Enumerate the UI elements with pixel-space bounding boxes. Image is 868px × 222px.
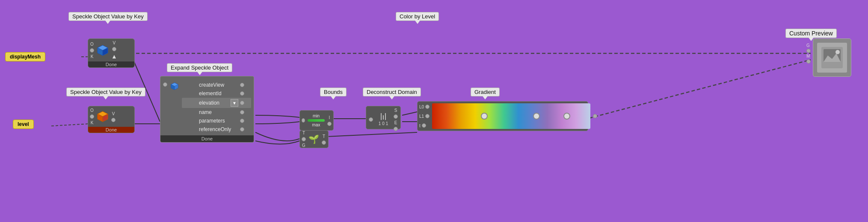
svg-line-9 xyxy=(584,60,811,120)
upload-arrow-top[interactable]: ▲ xyxy=(111,53,117,60)
svg-line-3 xyxy=(51,124,89,126)
domain-bar1 xyxy=(381,113,382,120)
ports-left-bottom: O K xyxy=(90,108,94,125)
node-custom-preview[interactable]: G M xyxy=(813,38,851,77)
port-o-top[interactable] xyxy=(90,48,94,53)
dropdown-body: createView elementId elevation ▼ xyxy=(160,76,254,135)
ports-right-bottom: V xyxy=(111,111,116,122)
gradient-ports-right xyxy=(593,103,597,129)
node-grow[interactable]: T G 🌱 T xyxy=(299,130,329,148)
main-canvas: Speckle Object Value by Key Color by Lev… xyxy=(0,0,868,222)
dropdown-expand-speckle[interactable]: createView elementId elevation ▼ xyxy=(160,76,254,143)
cube-icon-bottom xyxy=(96,110,110,123)
scroll-down-btn[interactable]: ▼ xyxy=(231,99,238,107)
ports-grow-left: T G xyxy=(302,131,306,148)
port-name[interactable] xyxy=(240,110,244,114)
port-bounds-n[interactable] xyxy=(302,118,305,123)
port-v-top[interactable] xyxy=(112,47,116,51)
node-gradient[interactable]: L0 L1 t xyxy=(417,101,588,131)
port-domain-s[interactable] xyxy=(394,114,398,119)
domain-bar3 xyxy=(385,113,386,120)
gradient-cp1[interactable] xyxy=(481,113,488,120)
label-speckle-top: Speckle Object Value by Key xyxy=(68,12,148,21)
cube-icon-top xyxy=(96,44,110,57)
domain-bar2 xyxy=(383,115,384,120)
port-gradient-l0[interactable] xyxy=(425,105,430,109)
label-deconstruct-domain: Deconstruct Domain xyxy=(363,88,421,96)
dropdown-cube xyxy=(170,82,179,93)
plant-icon: 🌱 xyxy=(308,134,319,144)
port-referenceonly[interactable] xyxy=(240,127,244,131)
gradient-cp3[interactable] xyxy=(563,113,570,120)
ports-right-top: V ▲ xyxy=(111,41,117,60)
bounds-bar xyxy=(308,119,325,122)
port-dropdown-o[interactable] xyxy=(163,82,167,87)
gradient-cp2[interactable] xyxy=(533,113,540,120)
port-v-bottom[interactable] xyxy=(111,118,116,122)
dropdown-footer: Done xyxy=(160,135,254,142)
dropdown-item-name[interactable]: name xyxy=(182,108,251,117)
dropdown-item-referenceonly[interactable]: referenceOnly xyxy=(182,125,251,134)
ports-domain-right: S E xyxy=(394,108,398,131)
ports-left-top: O K xyxy=(90,42,94,59)
port-elementid[interactable] xyxy=(240,91,244,96)
port-gradient-out[interactable] xyxy=(593,114,597,118)
param-level[interactable]: level xyxy=(13,120,34,129)
label-expand-speckle: Expand Speckle Object xyxy=(167,63,232,72)
node-bottom-footer: Done xyxy=(88,127,134,133)
node-speckle-bottom[interactable]: O K V Done xyxy=(88,106,135,133)
port-grow-t-right[interactable] xyxy=(322,140,326,145)
ports-grow-right: T xyxy=(322,134,326,145)
dropdown-item-elevation[interactable]: elevation ▼ xyxy=(182,98,251,108)
dropdown-item-parameters[interactable]: parameters xyxy=(182,117,251,125)
node-bounds[interactable]: min max I xyxy=(299,110,334,131)
port-grow-t[interactable] xyxy=(302,137,306,141)
port-bounds-i[interactable] xyxy=(327,122,332,126)
port-gradient-l1[interactable] xyxy=(425,114,430,118)
port-createview[interactable] xyxy=(240,83,244,87)
dropdown-item-createview[interactable]: createView xyxy=(182,81,251,89)
label-color-by-level: Color by Level xyxy=(396,12,439,21)
dropdown-items-list: createView elementId elevation ▼ xyxy=(182,81,251,134)
domain-controls: 1 0 1 xyxy=(375,113,392,126)
port-domain-i[interactable] xyxy=(369,117,373,122)
svg-point-24 xyxy=(835,50,840,54)
gradient-display-area xyxy=(432,103,590,129)
label-gradient: Gradient xyxy=(471,88,500,96)
bounds-inner: min max xyxy=(308,114,325,127)
label-bounds: Bounds xyxy=(320,88,347,96)
port-preview-m[interactable] xyxy=(806,59,811,64)
svg-line-6 xyxy=(402,112,417,115)
svg-line-8 xyxy=(325,132,417,137)
label-custom-preview: Custom Preview xyxy=(785,29,837,38)
preview-ports-left: G M xyxy=(806,43,811,64)
gradient-ports-left: L0 L1 t xyxy=(419,103,430,129)
node-top-footer: Done xyxy=(88,61,134,67)
port-o-bottom[interactable] xyxy=(90,114,94,119)
dropdown-item-elementid[interactable]: elementId xyxy=(182,89,251,98)
node-speckle-top[interactable]: O K V ▲ Done xyxy=(88,38,135,68)
label-speckle-bottom: Speckle Object Value by Key xyxy=(66,88,145,96)
port-parameters[interactable] xyxy=(240,119,244,123)
port-elevation[interactable] xyxy=(240,101,244,105)
ports-bounds-right: I xyxy=(327,115,332,126)
port-gradient-t[interactable] xyxy=(422,123,426,128)
port-preview-g[interactable] xyxy=(806,49,811,53)
param-displaymesh[interactable]: displayMesh xyxy=(5,52,45,61)
node-deconstruct-domain[interactable]: 1 0 1 S E xyxy=(366,106,401,129)
preview-thumbnail xyxy=(817,43,847,73)
port-domain-e[interactable] xyxy=(394,127,398,131)
